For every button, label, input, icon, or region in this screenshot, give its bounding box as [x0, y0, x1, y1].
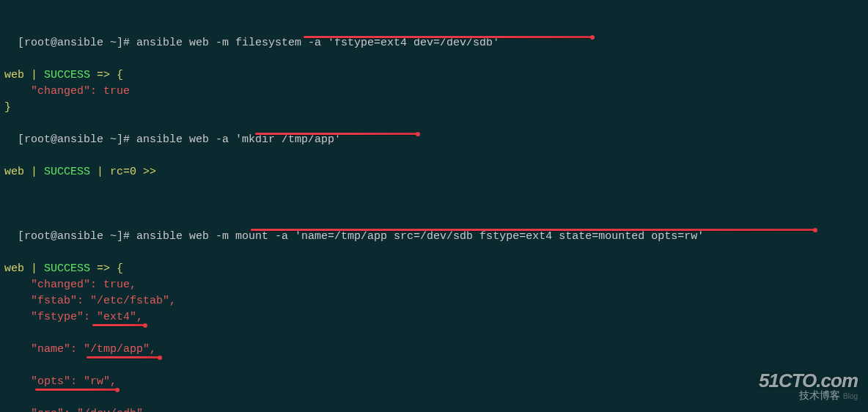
command-filesystem: ansible web -m filesystem -a 'fstype=ext…: [136, 37, 499, 49]
command-mkdir: ansible web -a 'mkdir /tmp/app': [136, 133, 341, 146]
watermark-logo: 51CTO.com: [759, 372, 858, 389]
status-success: SUCCESS: [44, 166, 90, 178]
json-fstype: "fstype": "ext4",: [4, 309, 864, 342]
annotation-underline: [35, 389, 117, 391]
json-opts: "opts": "rw",: [4, 374, 864, 406]
status-success: SUCCESS: [44, 69, 90, 81]
blank-line: [4, 196, 864, 213]
annotation-underline: [92, 324, 145, 326]
command-mount: ansible web -m mount -a 'name=/tmp/app s…: [136, 230, 704, 243]
json-fstab: "fstab": "/etc/fstab",: [4, 293, 864, 309]
result-head-3: web | SUCCESS => {: [4, 261, 864, 277]
prompt-line-1: [root@ansible ~]# ansible web -m filesys…: [4, 19, 864, 67]
annotation-underline: [304, 36, 592, 38]
result-head-1: web | SUCCESS => {: [4, 67, 864, 84]
annotation-underline: [255, 133, 418, 135]
json-close-1: }: [4, 100, 864, 116]
result-head-2: web | SUCCESS | rc=0 >>: [4, 164, 864, 180]
annotation-underline: [251, 229, 815, 231]
host-label: web: [4, 166, 24, 178]
shell-prompt: [root@ansible ~]#: [18, 37, 136, 49]
shell-prompt: [root@ansible ~]#: [18, 230, 136, 243]
shell-prompt: [root@ansible ~]#: [18, 133, 136, 146]
prompt-line-2: [root@ansible ~]# ansible web -a 'mkdir …: [4, 116, 864, 164]
status-success: SUCCESS: [44, 262, 90, 275]
json-src: "src": "/dev/sdb": [4, 406, 864, 412]
json-changed-1: "changed": true: [4, 84, 864, 100]
json-changed-3: "changed": true,: [4, 277, 864, 293]
annotation-underline: [87, 356, 160, 358]
blank-line: [4, 180, 864, 196]
host-label: web: [4, 69, 24, 81]
partial-previous-output: [4, 3, 864, 19]
host-label: web: [4, 262, 24, 275]
prompt-line-3: [root@ansible ~]# ansible web -m mount -…: [4, 213, 864, 261]
watermark: 51CTO.com 技术博客 Blog: [759, 372, 858, 405]
json-name: "name": "/tmp/app",: [4, 342, 864, 374]
